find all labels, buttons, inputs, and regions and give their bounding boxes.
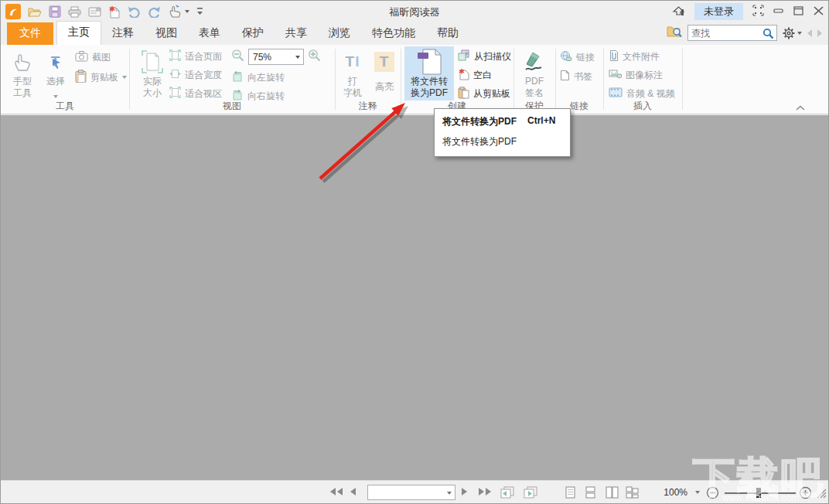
tab-protect[interactable]: 保护 [231,22,275,45]
fit-page-icon [169,49,181,63]
fit-width-button[interactable]: 适合宽度 [169,66,222,83]
mail-document-icon[interactable] [88,3,101,20]
statusbar-zoom-caret[interactable] [695,491,700,494]
tab-comment[interactable]: 注释 [101,22,145,45]
document-area[interactable] [1,115,828,480]
rotate-left-icon [231,70,244,84]
file-attach-button[interactable]: 文件附件 [609,48,660,65]
single-page-layout-icon[interactable] [565,486,575,502]
zoom-out-icon[interactable] [231,49,244,64]
continuous-layout-icon[interactable] [585,486,595,502]
share-icon[interactable] [672,4,685,19]
settings-gear-icon[interactable] [783,27,802,39]
hand-quick-tool-icon[interactable] [168,3,189,20]
group-comment: TI 打 字机 T 高亮 注释 [335,45,401,114]
login-status[interactable]: 未登录 [694,3,743,20]
group-tools-label: 工具 [1,100,129,113]
first-page-button[interactable] [330,488,343,495]
search-field [687,25,777,41]
fit-width-icon [169,68,181,82]
search-folder-icon[interactable] [667,25,682,41]
search-icon[interactable] [762,28,774,43]
typewriter-icon: TI [339,49,367,74]
nav-forward-icon[interactable] [817,29,822,37]
from-scanner-button[interactable]: 从扫描仪 [458,48,511,65]
tab-features[interactable]: 特色功能 [361,22,426,45]
minimize-button[interactable] [773,5,784,19]
highlight-icon: T [370,49,398,74]
hand-tool-icon [5,49,39,74]
ribbon: 手型 工具 T 选择 截图 剪贴板 [1,45,828,114]
zoom-in-icon[interactable] [308,49,321,64]
convert-to-pdf-button[interactable]: 将文件转 换为PDF [404,46,454,100]
save-icon[interactable] [49,3,61,20]
snapshot-button[interactable]: 截图 [75,49,111,66]
actual-size-button[interactable]: 实际 大小 [135,46,169,100]
fullscreen-icon[interactable] [752,5,764,19]
tooltip-title: 将文件转换为PDF [442,115,517,128]
nav-back-icon[interactable] [807,29,812,37]
snapshot-label: 截图 [92,51,111,64]
actual-size-label: 实际 大小 [135,76,169,99]
prev-page-button[interactable] [350,488,356,495]
continuous-facing-layout-icon[interactable] [626,486,639,502]
tab-file[interactable]: 文件 [7,22,53,45]
tab-view[interactable]: 视图 [145,22,188,45]
zoom-level-combo[interactable]: 75% [248,49,304,65]
next-page-button[interactable] [462,488,467,495]
clipboard-icon [75,70,87,85]
open-file-icon[interactable] [28,3,42,20]
rotate-left-label: 向左旋转 [247,71,285,84]
convert-to-pdf-icon [404,49,454,74]
page-number-combo[interactable] [367,485,455,500]
image-annot-button[interactable]: 图像标注 [609,66,663,83]
tab-form[interactable]: 表单 [188,22,231,45]
file-attach-label: 文件附件 [623,50,660,63]
zoom-in-button[interactable] [799,486,812,502]
prev-view-icon[interactable] [500,486,515,502]
group-view-label: 视图 [129,100,335,113]
undo-icon[interactable] [128,3,141,20]
pdf-sign-button[interactable]: PDF 签名 [517,46,552,100]
bookmark-icon [560,70,570,83]
redo-icon[interactable] [148,3,161,20]
tab-browse[interactable]: 浏览 [318,22,361,45]
zoom-out-button[interactable] [706,486,719,502]
fit-page-label: 适合页面 [185,50,222,63]
close-button[interactable] [814,5,824,19]
bookmark-button[interactable]: 书签 [560,68,592,85]
link-button[interactable]: 链接 [560,49,595,66]
tooltip-convert-to-pdf: 将文件转换为PDF Ctrl+N 将文件转换为PDF [434,108,571,157]
collapse-ribbon-icon[interactable] [796,100,805,114]
maximize-button[interactable] [793,5,804,19]
hand-tool-button[interactable]: 手型 工具 [5,46,39,100]
new-document-icon[interactable] [108,3,121,20]
last-page-button[interactable] [479,488,491,495]
tab-help[interactable]: 帮助 [426,22,469,45]
from-scanner-icon [458,49,470,63]
print-icon[interactable] [68,3,81,20]
customize-toolbar-icon[interactable] [196,3,203,20]
fit-visible-label: 适合视区 [185,87,222,100]
tab-home[interactable]: 主页 [56,21,101,45]
typewriter-button[interactable]: TI 打 字机 [339,46,367,100]
fit-page-button[interactable]: 适合页面 [169,48,222,65]
highlight-button[interactable]: T 高亮 [370,46,398,100]
clipboard-label: 剪贴板 [90,71,118,84]
group-link: 链接 书签 链接 [555,45,603,114]
pdf-sign-label: PDF 签名 [517,76,552,99]
facing-layout-icon[interactable] [606,486,619,502]
blank-button[interactable]: 空白 [458,66,492,83]
search-input[interactable] [688,26,756,41]
next-view-icon[interactable] [524,486,538,502]
group-create: 将文件转 换为PDF 从扫描仪 空白 从剪贴板 创建 [401,45,513,114]
foxit-logo-icon[interactable] [5,3,21,20]
tab-share[interactable]: 共享 [275,22,318,45]
select-button[interactable]: T 选择 [41,46,70,100]
quick-access-toolbar [5,2,203,21]
rotate-left-button[interactable]: 向左旋转 [231,69,285,86]
clipboard-button[interactable]: 剪贴板 [75,69,127,86]
statusbar-zoom-value[interactable]: 100% [650,487,687,498]
resize-grip[interactable] [817,488,827,502]
zoom-slider-thumb[interactable] [756,488,761,498]
